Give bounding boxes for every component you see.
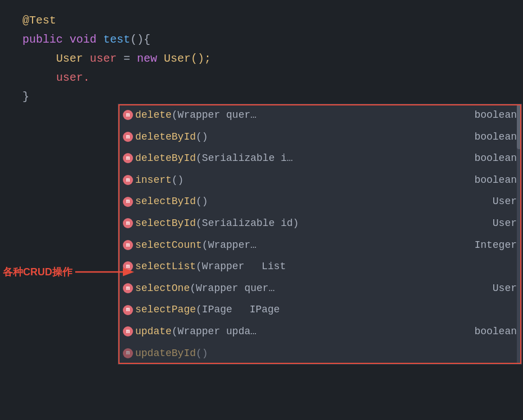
type-user: User	[56, 49, 83, 68]
op-assign: =	[117, 49, 137, 68]
method-icon-2: m	[123, 132, 133, 142]
code-line-3: User user = new User();	[22, 49, 523, 68]
scrollbar[interactable]	[517, 104, 521, 364]
keyword-public: public	[22, 30, 63, 49]
annotation-decorator: @Test	[22, 11, 56, 30]
method-params-partial: ()	[196, 345, 208, 362]
method-params-4: ()	[172, 172, 184, 189]
keyword-new: new	[137, 49, 157, 68]
method-icon-partial: m	[123, 348, 133, 358]
autocomplete-item-1[interactable]: m delete (Wrapper quer… boolean	[118, 104, 521, 126]
space2	[97, 30, 103, 49]
method-test: test	[103, 30, 130, 49]
method-params-1: (Wrapper quer…	[172, 107, 256, 124]
autocomplete-item-11[interactable]: m update (Wrapper upda… boolean	[118, 321, 521, 343]
method-return-1: boolean	[463, 107, 517, 124]
method-name-5: selectById	[135, 193, 196, 210]
method-name-11: update	[135, 323, 172, 340]
method-return-6: User	[481, 215, 517, 232]
method-return-9: User	[481, 280, 517, 297]
method-return-3: boolean	[463, 150, 517, 167]
autocomplete-item-9[interactable]: m selectOne (Wrapper quer… User	[118, 278, 521, 299]
autocomplete-item-2[interactable]: m deleteById () boolean	[118, 126, 521, 148]
autocomplete-item-10[interactable]: m selectPage (IPage IPage	[118, 299, 521, 321]
method-params-3: (Serializable i…	[196, 150, 293, 167]
autocomplete-item-8[interactable]: m selectList (Wrapper List	[118, 256, 521, 278]
annotation-container: 各种CRUD操作	[0, 261, 143, 283]
code-editor: @Test public void test (){ User user = n…	[0, 0, 523, 118]
autocomplete-item-6[interactable]: m selectById (Serializable id) User	[118, 213, 521, 234]
method-icon-5: m	[123, 197, 133, 207]
method-icon-3: m	[123, 153, 133, 163]
method-icon-9: m	[123, 283, 133, 293]
method-name-4: insert	[135, 172, 172, 189]
space3	[83, 49, 90, 68]
method-parens: (){	[130, 30, 150, 49]
scrollbar-thumb[interactable]	[517, 104, 521, 149]
method-params-11: (Wrapper upda…	[172, 323, 256, 340]
method-icon-11: m	[123, 326, 133, 336]
type-user-init: User();	[164, 49, 211, 68]
autocomplete-item-7[interactable]: m selectCount (Wrapper… Integer	[118, 234, 521, 256]
method-name-6: selectById	[135, 215, 196, 232]
autocomplete-item-4[interactable]: m insert () boolean	[118, 169, 521, 191]
var-user-dot: user.	[56, 68, 90, 87]
method-return-10: IPage	[238, 304, 280, 315]
method-params-8: (Wrapper List	[196, 258, 286, 275]
autocomplete-item-3[interactable]: m deleteById (Serializable i… boolean	[118, 147, 521, 169]
method-return-5: User	[481, 193, 517, 210]
method-params-10: (IPage IPage	[196, 301, 280, 319]
method-params-7: (Wrapper…	[202, 237, 256, 254]
method-name-partial: updateById	[135, 345, 196, 362]
method-name-10: selectPage	[135, 301, 196, 319]
autocomplete-list: m delete (Wrapper quer… boolean m delete…	[118, 104, 521, 343]
method-name-8: selectList	[135, 258, 196, 275]
method-name-3: deleteById	[135, 150, 196, 167]
method-return-2: boolean	[463, 128, 517, 146]
method-icon-7: m	[123, 240, 133, 250]
method-name-2: deleteById	[135, 128, 196, 146]
method-return-8: List	[250, 261, 286, 272]
method-return-4: boolean	[463, 172, 517, 189]
space1	[63, 30, 70, 49]
method-name-1: delete	[135, 107, 172, 124]
code-line-2: public void test (){	[22, 30, 523, 49]
code-line-1: @Test	[22, 11, 523, 30]
method-icon-6: m	[123, 218, 133, 228]
method-icon-1: m	[123, 110, 133, 120]
method-params-5: ()	[196, 193, 208, 210]
keyword-void: void	[70, 30, 97, 49]
method-name-9: selectOne	[135, 280, 190, 297]
method-name-7: selectCount	[135, 237, 202, 254]
autocomplete-dropdown: m delete (Wrapper quer… boolean m delete…	[118, 104, 522, 364]
method-params-2: ()	[196, 128, 208, 146]
method-return-7: Integer	[463, 237, 517, 254]
annotation-arrow-svg	[75, 261, 143, 283]
autocomplete-item-5[interactable]: m selectById () User	[118, 191, 521, 213]
method-params-6: (Serializable id)	[196, 215, 299, 232]
var-user: user	[90, 49, 117, 68]
annotation-label: 各种CRUD操作	[3, 265, 72, 279]
method-icon-10: m	[123, 305, 133, 315]
closing-brace: }	[22, 87, 29, 107]
code-line-4: user.	[22, 68, 523, 87]
method-params-9: (Wrapper quer…	[190, 280, 274, 297]
method-return-11: boolean	[463, 323, 517, 340]
autocomplete-item-partial[interactable]: m updateById ()	[118, 343, 521, 364]
method-icon-4: m	[123, 175, 133, 185]
space4	[157, 49, 164, 68]
